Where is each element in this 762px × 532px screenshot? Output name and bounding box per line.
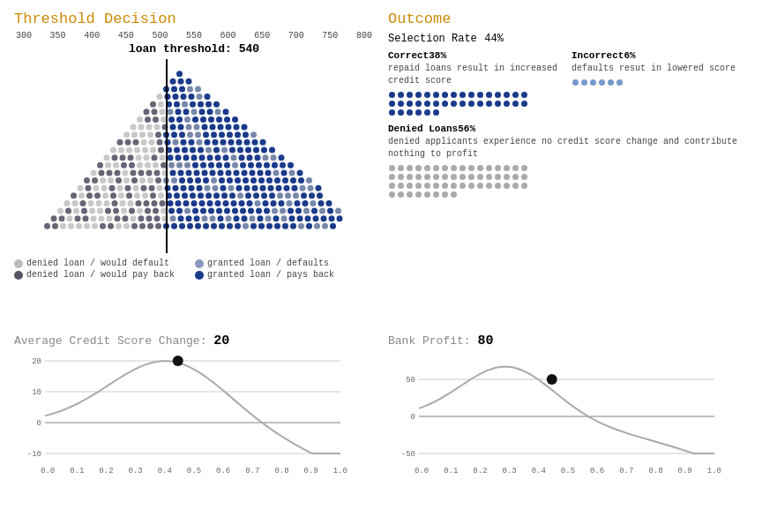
profit-x-labels: 0.00.10.20.30.40.50.60.70.80.91.0 (388, 467, 748, 476)
credit-x-labels: 0.00.10.20.30.40.50.60.70.80.91.0 (14, 467, 374, 476)
credit-chart-svg: 20100-10 (14, 352, 349, 467)
legend-item-granted-defaults: granted loan / defaults (195, 259, 374, 268)
person-dot (415, 109, 422, 116)
person-dot (433, 174, 439, 180)
person-dot (468, 174, 474, 180)
person-dot (442, 183, 448, 189)
person-dot (512, 101, 519, 107)
person-dot (398, 183, 404, 189)
person-dot (407, 109, 413, 116)
legend-dot-denied-payback (14, 271, 23, 280)
correct-label: Correct38% (388, 50, 564, 61)
avg-credit-panel: Average Credit Score Change: 20 20100-10… (7, 330, 381, 526)
person-dot (572, 79, 579, 86)
person-dot (389, 165, 395, 171)
person-dot (442, 101, 448, 107)
legend-dot-granted-payback (195, 271, 204, 280)
person-dot (389, 174, 395, 180)
person-dot (442, 165, 448, 171)
person-dot (486, 92, 492, 98)
person-dot (521, 183, 527, 189)
person-dot (398, 101, 404, 107)
person-dot (512, 92, 519, 98)
person-dot (504, 101, 510, 107)
correct-dots (388, 91, 529, 116)
person-dot (486, 183, 492, 189)
person-dot (495, 165, 501, 171)
person-dot (424, 165, 430, 171)
person-dot (512, 174, 519, 180)
person-dot (424, 174, 430, 180)
person-dot (451, 165, 457, 171)
person-dot (477, 165, 483, 171)
denied-dots (388, 164, 529, 199)
threshold-title: Threshold Decision (14, 11, 374, 27)
avg-credit-title: Average Credit Score Change: 20 (14, 333, 374, 348)
person-dot (433, 92, 439, 98)
svg-text:20: 20 (32, 357, 41, 366)
person-dot (521, 101, 527, 107)
person-dot (459, 165, 466, 171)
person-dot (398, 109, 404, 116)
person-dot (477, 92, 483, 98)
person-dot (415, 101, 422, 107)
legend-item-denied-default: denied loan / would default (14, 259, 193, 268)
legend-item-denied-payback: denied loan / would pay back (14, 270, 193, 280)
person-dot (495, 101, 501, 107)
person-dot (424, 101, 430, 107)
person-dot (459, 92, 466, 98)
incorrect-label: Incorrect6% (572, 50, 748, 61)
person-dot (433, 165, 439, 171)
person-dot (424, 191, 430, 198)
incorrect-col: Incorrect6% defaults resut in lowered sc… (572, 50, 748, 116)
person-dot (486, 165, 492, 171)
person-dot (451, 101, 457, 107)
person-dot (468, 183, 474, 189)
person-dot (415, 191, 422, 198)
correct-col: Correct38% repaid loans result in increa… (388, 50, 564, 116)
person-dot (389, 92, 395, 98)
person-dot (389, 183, 395, 189)
person-dot (424, 92, 430, 98)
person-dot (407, 165, 413, 171)
person-dot (504, 174, 510, 180)
person-dot (459, 101, 466, 107)
person-dot (398, 92, 404, 98)
person-dot (442, 191, 448, 198)
legend: denied loan / would default granted loan… (14, 259, 374, 280)
svg-text:0: 0 (411, 413, 415, 422)
person-dot (389, 191, 395, 198)
person-dot (442, 92, 448, 98)
person-dot (389, 101, 395, 107)
threshold-label: loan threshold: 540 (14, 42, 374, 56)
person-dot (477, 101, 483, 107)
svg-text:-10: -10 (27, 450, 41, 459)
outcome-title: Outcome (388, 11, 748, 27)
person-dot (398, 165, 404, 171)
denied-label: Denied Loans56% (388, 124, 748, 134)
person-dot (415, 183, 422, 189)
person-dot (486, 101, 492, 107)
person-dot (415, 174, 422, 180)
person-dot (407, 174, 413, 180)
person-dot (442, 174, 448, 180)
svg-text:10: 10 (32, 388, 41, 397)
axis-labels: 300350400450500550600650700750800 (14, 31, 374, 41)
svg-text:50: 50 (406, 376, 415, 385)
person-dot (407, 191, 413, 198)
person-dot (477, 174, 483, 180)
person-dot (504, 92, 510, 98)
person-dot (495, 174, 501, 180)
person-dot (477, 183, 483, 189)
person-dot (407, 92, 413, 98)
selection-rate-heading: Selection Rate 44% (388, 31, 748, 45)
incorrect-desc: defaults resut in lowered score (572, 63, 748, 75)
svg-text:0: 0 (37, 419, 41, 428)
person-dot (599, 79, 605, 86)
person-dot (504, 165, 510, 171)
denied-desc: denied applicants experience no credit s… (388, 136, 748, 161)
person-dot (459, 183, 466, 189)
person-dot (398, 191, 404, 198)
threshold-line[interactable] (166, 59, 168, 253)
person-dot (504, 183, 510, 189)
